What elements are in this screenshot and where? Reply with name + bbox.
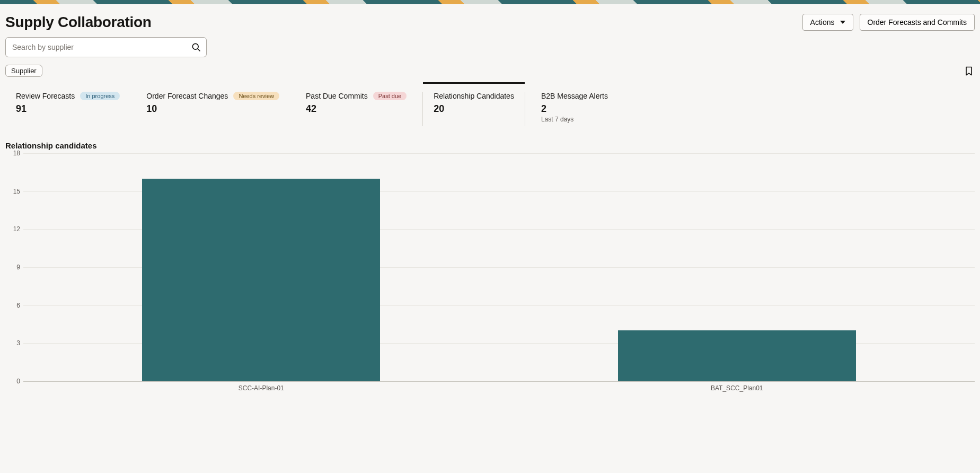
chart-x-tick: SCC-AI-Plan-01: [23, 384, 499, 392]
status-badge: Past due: [373, 92, 407, 100]
chart-y-tick: 12: [6, 225, 20, 233]
chart-bar[interactable]: [142, 179, 380, 381]
page-title: Supply Collaboration: [5, 14, 152, 31]
chart-x-tick: BAT_SCC_Plan01: [499, 384, 975, 392]
decorative-banner: [0, 0, 980, 4]
search-input[interactable]: [5, 37, 207, 57]
card-value: 91: [16, 103, 120, 115]
card-value: 20: [434, 103, 514, 115]
chart-gridline: [23, 381, 975, 382]
card-label: Review Forecasts: [16, 92, 75, 100]
card-order-forecast-changes[interactable]: Order Forecast ChangesNeeds review10: [146, 92, 290, 126]
card-value: 2: [541, 103, 608, 115]
card-review-forecasts[interactable]: Review ForecastsIn progress91: [16, 92, 130, 126]
card-label: Past Due Commits: [306, 92, 368, 100]
chart-y-tick: 9: [6, 264, 20, 271]
chart-y-tick: 18: [6, 150, 20, 157]
search-icon[interactable]: [189, 40, 204, 55]
chart-slot: [499, 153, 975, 381]
chart-y-tick: 15: [6, 188, 20, 195]
svg-point-0: [192, 43, 198, 49]
card-subtext: Last 7 days: [541, 116, 608, 123]
card-relationship-candidates[interactable]: Relationship Candidates20: [422, 92, 525, 126]
status-badge: In progress: [80, 92, 120, 100]
card-past-due-commits[interactable]: Past Due CommitsPast due42: [306, 92, 417, 126]
chart-bar[interactable]: [618, 330, 856, 381]
card-label: Relationship Candidates: [434, 92, 514, 100]
svg-line-1: [198, 49, 200, 51]
status-badge: Needs review: [233, 92, 279, 100]
card-label: Order Forecast Changes: [146, 92, 228, 100]
bookmark-icon[interactable]: [963, 65, 975, 77]
actions-menu-button[interactable]: Actions: [802, 14, 853, 31]
order-forecasts-commits-button[interactable]: Order Forecasts and Commits: [860, 14, 975, 31]
chevron-down-icon: [840, 21, 845, 24]
chart-bars: [23, 153, 975, 381]
relationship-candidates-chart: 0369121518 SCC-AI-Plan-01BAT_SCC_Plan01: [5, 153, 975, 392]
supplier-filter-chip-label: Supplier: [11, 67, 37, 75]
chart-y-tick: 3: [6, 339, 20, 347]
summary-cards: Review ForecastsIn progress91Order Forec…: [5, 92, 975, 126]
chart-y-tick: 0: [6, 378, 20, 385]
chart-y-tick: 6: [6, 302, 20, 309]
supplier-filter-chip[interactable]: Supplier: [5, 65, 42, 77]
card-label: B2B Message Alerts: [541, 92, 608, 100]
section-title: Relationship candidates: [5, 141, 975, 150]
card-value: 42: [306, 103, 407, 115]
chart-slot: [23, 153, 499, 381]
card-b2b-message-alerts[interactable]: B2B Message Alerts2Last 7 days: [541, 92, 619, 126]
card-value: 10: [146, 103, 279, 115]
actions-menu-label: Actions: [810, 18, 835, 27]
order-forecasts-commits-label: Order Forecasts and Commits: [868, 18, 967, 27]
